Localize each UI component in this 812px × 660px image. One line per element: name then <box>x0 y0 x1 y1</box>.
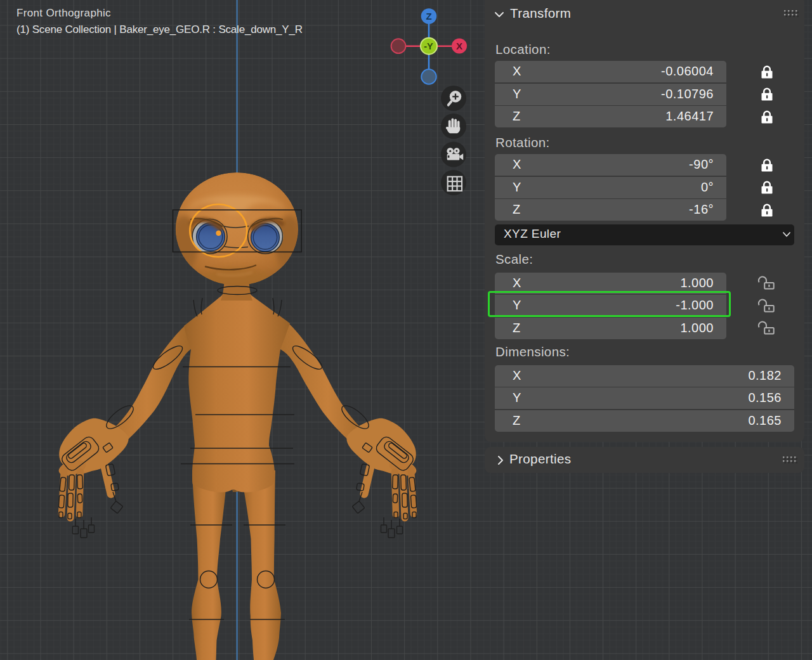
svg-text:-Y: -Y <box>424 41 433 51</box>
svg-text:Z: Z <box>426 11 431 22</box>
svg-text:X: X <box>456 41 462 51</box>
